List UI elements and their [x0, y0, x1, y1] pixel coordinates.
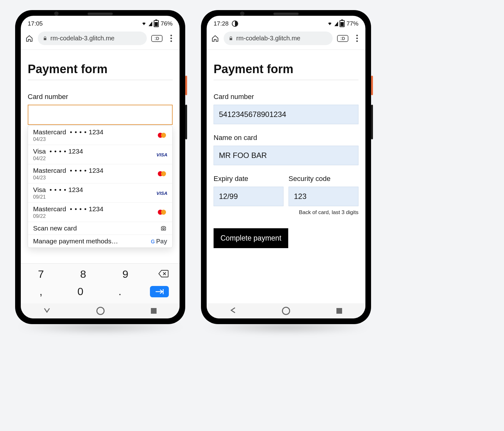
phone-shadow [15, 322, 185, 333]
scan-new-card-option[interactable]: Scan new card [28, 222, 172, 235]
autofill-card-option[interactable]: Mastercard • • • • 1234 04/23 [28, 126, 172, 145]
page-content: Payment form Card number Mastercard • • … [21, 50, 180, 248]
autofill-card-option[interactable]: Visa • • • • 1234 09/21 VISA [28, 183, 172, 203]
name-on-card-input[interactable] [214, 146, 358, 165]
home-icon[interactable] [25, 35, 33, 42]
data-saver-icon [232, 20, 238, 27]
tab-switcher-button[interactable]: :D [151, 35, 163, 42]
home-icon[interactable] [211, 35, 219, 42]
name-on-card-label: Name on card [214, 134, 358, 142]
wifi-icon [327, 21, 333, 26]
phone-front-camera [54, 11, 59, 16]
phone-shadow [201, 322, 371, 333]
nav-recents-button[interactable] [151, 308, 157, 314]
tab-switcher-button[interactable]: :D [337, 35, 348, 42]
visa-icon: VISA [157, 189, 167, 196]
phone-volume-button [371, 105, 373, 139]
svg-point-0 [163, 228, 164, 229]
phone-front-camera [240, 11, 244, 16]
manage-payment-methods-option[interactable]: Manage payment methods… GPay [28, 235, 172, 248]
autofill-dropdown: Mastercard • • • • 1234 04/23 Visa • • •… [28, 125, 173, 248]
security-code-input[interactable] [289, 187, 358, 206]
phone-screen: 17:28 77% rm-codelab-3.glitch.me :D Paym [207, 16, 365, 318]
mastercard-icon [157, 170, 167, 177]
phone-screen: 17:05 76% rm-codelab-3.glitch.me :D Paym… [21, 16, 180, 318]
go-key[interactable] [150, 286, 169, 297]
nav-back-button[interactable] [44, 308, 50, 314]
address-bar[interactable]: rm-codelab-3.glitch.me [224, 32, 333, 45]
status-time: 17:05 [28, 20, 43, 27]
key-7[interactable]: 7 [32, 268, 50, 280]
page-title: Payment form [214, 62, 358, 76]
status-bar: 17:05 76% [21, 16, 180, 30]
phone-volume-button [185, 105, 187, 139]
phone-right: 17:28 77% rm-codelab-3.glitch.me :D Paym [201, 10, 371, 324]
battery-icon [154, 20, 159, 27]
nav-back-button[interactable] [230, 307, 236, 315]
nav-home-button[interactable] [282, 307, 290, 315]
phone-left: 17:05 76% rm-codelab-3.glitch.me :D Paym… [15, 10, 185, 324]
camera-icon [160, 225, 167, 231]
expiry-date-label: Expiry date [214, 175, 284, 183]
battery-percentage: 76% [161, 20, 173, 27]
security-code-hint: Back of card, last 3 digits [289, 209, 358, 216]
card-number-label: Card number [214, 93, 358, 101]
google-pay-icon: GPay [151, 238, 167, 245]
nav-home-button[interactable] [96, 307, 105, 315]
key-comma[interactable]: , [32, 285, 50, 298]
page-content: Payment form Card number Name on card Ex… [207, 50, 365, 248]
visa-icon: VISA [157, 151, 167, 158]
card-number-label: Card number [28, 93, 173, 101]
mastercard-icon [157, 209, 167, 216]
title-divider [214, 80, 358, 80]
phone-speaker [273, 13, 299, 15]
card-number-input[interactable] [214, 105, 358, 124]
more-menu-button[interactable] [167, 35, 175, 42]
status-bar: 17:28 77% [207, 16, 365, 30]
status-time: 17:28 [214, 20, 229, 27]
phone-speaker [88, 13, 113, 15]
expiry-date-input[interactable] [214, 187, 284, 206]
nav-recents-button[interactable] [336, 308, 342, 314]
signal-icon [149, 21, 152, 26]
autofill-card-option[interactable]: Visa • • • • 1234 04/22 VISA [28, 145, 172, 164]
autofill-card-option[interactable]: Mastercard • • • • 1234 04/23 [28, 164, 172, 183]
key-9[interactable]: 9 [116, 268, 135, 280]
signal-icon [335, 21, 338, 26]
phone-power-button [185, 76, 187, 95]
more-menu-button[interactable] [353, 35, 361, 42]
android-nav-bar [207, 303, 365, 318]
page-title: Payment form [28, 62, 173, 76]
mastercard-icon [157, 132, 167, 139]
phone-power-button [371, 76, 373, 95]
browser-toolbar: rm-codelab-3.glitch.me :D [207, 30, 365, 50]
key-period[interactable]: . [111, 285, 129, 298]
battery-percentage: 77% [346, 20, 358, 27]
card-number-input[interactable] [28, 105, 173, 125]
numeric-keypad: 7 8 9 , 0 . [21, 263, 180, 303]
security-code-label: Security code [289, 175, 358, 183]
android-nav-bar [21, 303, 180, 318]
lock-icon [229, 36, 233, 41]
wifi-icon [141, 21, 147, 26]
lock-icon [43, 36, 47, 41]
address-bar[interactable]: rm-codelab-3.glitch.me [38, 32, 147, 45]
key-8[interactable]: 8 [74, 268, 93, 280]
title-divider [28, 80, 173, 80]
key-0[interactable]: 0 [71, 285, 90, 298]
url-text: rm-codelab-3.glitch.me [50, 35, 114, 42]
browser-toolbar: rm-codelab-3.glitch.me :D [21, 30, 180, 50]
backspace-key[interactable] [158, 270, 169, 279]
autofill-card-option[interactable]: Mastercard • • • • 1234 09/22 [28, 203, 172, 222]
battery-icon [340, 20, 345, 27]
complete-payment-button[interactable]: Complete payment [214, 228, 288, 248]
url-text: rm-codelab-3.glitch.me [236, 35, 300, 42]
